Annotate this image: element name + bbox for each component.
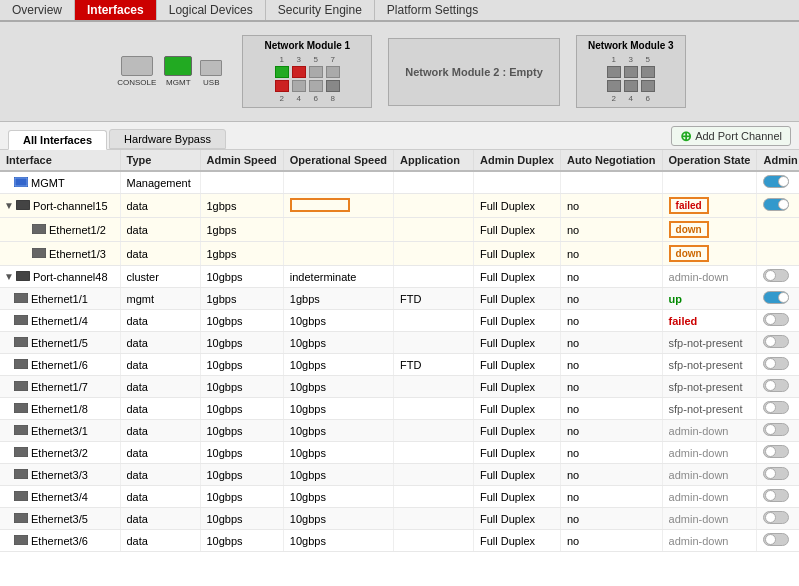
table-row: MGMT Management — [0, 171, 799, 194]
td-interface: Ethernet1/7 — [0, 376, 120, 398]
admin-state-toggle[interactable] — [763, 379, 789, 392]
td-application — [394, 530, 474, 552]
toggle-knob — [765, 314, 776, 325]
nav-security-engine[interactable]: Security Engine — [266, 0, 375, 20]
interface-icon — [16, 200, 30, 212]
td-admin-speed — [200, 171, 283, 194]
admin-state-toggle[interactable] — [763, 269, 789, 282]
td-application — [394, 464, 474, 486]
toggle-knob — [778, 176, 789, 187]
table-row: Ethernet3/2 data 10gbps 10gbps Full Dupl… — [0, 442, 799, 464]
td-op-speed: 10gbps — [283, 376, 393, 398]
td-application — [394, 332, 474, 354]
td-application — [394, 508, 474, 530]
td-auto-neg: no — [560, 266, 662, 288]
port-4[interactable] — [292, 80, 306, 92]
svg-rect-17 — [14, 535, 28, 545]
table-row: Ethernet3/4 data 10gbps 10gbps Full Dupl… — [0, 486, 799, 508]
svg-rect-5 — [16, 271, 30, 281]
interface-name: Port-channel15 — [33, 200, 108, 212]
td-admin-duplex: Full Duplex — [474, 376, 561, 398]
interface-icon — [14, 315, 28, 327]
admin-state-toggle[interactable] — [763, 175, 789, 188]
admin-state-toggle[interactable] — [763, 423, 789, 436]
td-admin-speed: 1gbps — [200, 218, 283, 242]
nav-overview[interactable]: Overview — [0, 0, 75, 20]
td-interface: ▼Port-channel15 — [0, 194, 120, 218]
td-admin-state — [757, 486, 799, 508]
op-state-badge: down — [669, 221, 709, 238]
op-state-text: sfp-not-present — [669, 381, 743, 393]
td-auto-neg: no — [560, 420, 662, 442]
toggle-knob — [765, 358, 776, 369]
td-auto-neg: no — [560, 354, 662, 376]
nav-logical-devices[interactable]: Logical Devices — [157, 0, 266, 20]
admin-state-toggle[interactable] — [763, 335, 789, 348]
td-admin-state — [757, 398, 799, 420]
td-op-speed: 10gbps — [283, 310, 393, 332]
port-3[interactable] — [292, 66, 306, 78]
admin-state-toggle[interactable] — [763, 313, 789, 326]
interface-icon — [16, 271, 30, 283]
td-op-state: admin-down — [662, 464, 757, 486]
td-admin-speed: 10gbps — [200, 354, 283, 376]
m3-port-5[interactable] — [641, 66, 655, 78]
port-8[interactable] — [326, 80, 340, 92]
admin-state-toggle[interactable] — [763, 198, 789, 211]
td-interface: ▼Port-channel48 — [0, 266, 120, 288]
td-application — [394, 171, 474, 194]
col-op-state: Operation State — [662, 150, 757, 171]
td-interface: Ethernet1/6 — [0, 354, 120, 376]
td-admin-duplex: Full Duplex — [474, 420, 561, 442]
admin-state-toggle[interactable] — [763, 511, 789, 524]
admin-state-toggle[interactable] — [763, 401, 789, 414]
port-1[interactable] — [275, 66, 289, 78]
port-6[interactable] — [309, 80, 323, 92]
tab-hardware-bypass[interactable]: Hardware Bypass — [109, 129, 226, 149]
td-admin-speed: 10gbps — [200, 530, 283, 552]
td-admin-speed: 1gbps — [200, 288, 283, 310]
td-interface: Ethernet1/1 — [0, 288, 120, 310]
interface-icon — [14, 337, 28, 349]
admin-state-toggle[interactable] — [763, 291, 789, 304]
td-admin-speed: 10gbps — [200, 310, 283, 332]
td-admin-duplex: Full Duplex — [474, 288, 561, 310]
port-7[interactable] — [326, 66, 340, 78]
interface-name: Ethernet1/7 — [31, 381, 88, 393]
td-admin-state — [757, 442, 799, 464]
td-type: data — [120, 242, 200, 266]
td-auto-neg: no — [560, 508, 662, 530]
admin-state-toggle[interactable] — [763, 357, 789, 370]
op-speed-highlighted — [290, 198, 350, 212]
td-op-state: admin-down — [662, 508, 757, 530]
add-port-channel-button[interactable]: ⊕ Add Port Channel — [671, 126, 791, 146]
port-2[interactable] — [275, 80, 289, 92]
admin-state-toggle[interactable] — [763, 533, 789, 546]
table-row: Ethernet1/3 data 1gbps Full Duplex no do… — [0, 242, 799, 266]
toggle-knob — [765, 380, 776, 391]
table-row: Ethernet1/4 data 10gbps 10gbps Full Dupl… — [0, 310, 799, 332]
td-admin-state — [757, 332, 799, 354]
admin-state-toggle[interactable] — [763, 445, 789, 458]
nav-platform-settings[interactable]: Platform Settings — [375, 0, 490, 20]
port-5[interactable] — [309, 66, 323, 78]
m3-port-1[interactable] — [607, 66, 621, 78]
tab-all-interfaces[interactable]: All Interfaces — [8, 130, 107, 150]
interface-name: Ethernet3/2 — [31, 447, 88, 459]
m3-port-6[interactable] — [641, 80, 655, 92]
td-op-state: sfp-not-present — [662, 354, 757, 376]
toggle-knob — [765, 270, 776, 281]
m3-port-2[interactable] — [607, 80, 621, 92]
expand-icon[interactable]: ▼ — [4, 271, 14, 282]
expand-icon[interactable]: ▼ — [4, 200, 14, 211]
td-admin-speed: 10gbps — [200, 442, 283, 464]
td-admin-speed: 1gbps — [200, 194, 283, 218]
td-interface: Ethernet1/5 — [0, 332, 120, 354]
admin-state-toggle[interactable] — [763, 489, 789, 502]
svg-rect-9 — [14, 359, 28, 369]
m3-port-4[interactable] — [624, 80, 638, 92]
admin-state-toggle[interactable] — [763, 467, 789, 480]
nav-interfaces[interactable]: Interfaces — [75, 0, 157, 20]
m3-port-3[interactable] — [624, 66, 638, 78]
svg-rect-4 — [32, 248, 46, 258]
